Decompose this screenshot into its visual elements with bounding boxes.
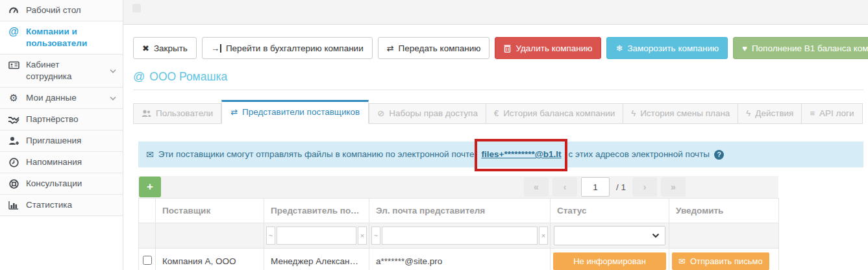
heart-icon: ♥ [742, 44, 747, 53]
page-title: @ ООО Ромашка [133, 70, 863, 90]
filter-row: ~ × ~ × [139, 223, 779, 249]
filter-clear-button[interactable]: × [358, 227, 367, 245]
help-icon[interactable]: ? [714, 150, 724, 160]
topbar-menu-icon[interactable] [132, 4, 141, 12]
freeze-company-label: Заморозить компанию [627, 43, 719, 53]
sidebar-item-invitations[interactable]: Приглашения [0, 130, 123, 152]
sidebar-item-label: Компании и пользователи [26, 26, 116, 49]
handshake-icon [7, 114, 20, 125]
filter-clear-button[interactable]: × [539, 227, 548, 245]
sidebar-item-label: Напоминания [26, 156, 82, 168]
envelope-icon: ✉ [678, 256, 686, 266]
send-letter-button[interactable]: ✉ Отправить письмо [672, 252, 769, 270]
next-page-button[interactable]: › [632, 177, 657, 197]
sidebar-item-label: Консультации [26, 178, 82, 190]
sidebar-item-employee-cabinet[interactable]: Кабинет сотрудника [0, 55, 123, 88]
filter-mode-button[interactable]: ~ [266, 227, 275, 245]
tab-users[interactable]: Пользователи [133, 103, 221, 124]
topup-balance-button[interactable]: ♥ Пополнение B1 баланса компании [733, 37, 868, 59]
action-buttons-row: ✖ Закрыть → Перейти в бухгалтерию компан… [133, 37, 863, 59]
header-status: Статус [551, 199, 669, 223]
info-banner: ✉ Эти поставщики смогут отправлять файлы… [138, 141, 863, 167]
sidebar-item-reminders[interactable]: Напоминания [0, 152, 123, 173]
sidebar-item-label: Рабочий стол [26, 5, 81, 16]
tab-label: Пользователи [156, 108, 213, 118]
chevron-down-icon [110, 69, 116, 73]
tab-api-logs[interactable]: ≡ API логи [802, 103, 862, 124]
close-icon: ✖ [142, 44, 149, 53]
sidebar-item-consultations[interactable]: Консультации [0, 173, 123, 195]
sidebar-item-my-data[interactable]: ⚙ Мои данные [0, 88, 123, 109]
first-page-button[interactable]: « [524, 177, 549, 197]
sign-in-icon: → [211, 44, 221, 53]
dashboard-icon [7, 5, 20, 16]
snowflake-icon: ❄ [615, 44, 623, 53]
sidebar-item-label: Приглашения [26, 135, 81, 147]
goto-accounting-button[interactable]: → Перейти в бухгалтерию компании [202, 37, 373, 59]
supplier-email-link[interactable]: files+*********@b1.lt [481, 149, 561, 159]
cell-supplier: Компания А, ООО [156, 249, 264, 270]
filter-mode-button[interactable]: ~ [371, 227, 380, 245]
company-name: ООО Ромашка [149, 70, 227, 84]
tab-label: История баланса компании [503, 108, 615, 118]
trash-icon [504, 44, 511, 53]
tab-plan-history[interactable]: ϟ История смены плана [623, 103, 738, 124]
header-checkbox-col [139, 199, 156, 223]
exchange-icon: ⇄ [387, 44, 394, 53]
close-button-label: Закрыть [154, 43, 188, 53]
sidebar-item-desktop[interactable]: Рабочий стол [0, 0, 123, 21]
at-icon: @ [7, 26, 20, 38]
tab-label: Представители поставщиков [242, 107, 360, 117]
id-card-icon [7, 59, 20, 71]
tab-access-rights[interactable]: ⊘ Наборы прав доступа [369, 103, 486, 124]
email-filter-input[interactable] [382, 227, 538, 245]
sidebar-item-companies-users[interactable]: @ Компании и пользователи [0, 21, 123, 55]
prev-page-button[interactable]: ‹ [552, 177, 577, 197]
transfer-company-label: Передать компанию [399, 43, 481, 53]
tab-label: API логи [819, 108, 854, 118]
tab-pane: ✉ Эти поставщики смогут отправлять файлы… [138, 141, 863, 270]
header-representative: Представитель поставщ... [264, 199, 369, 223]
status-filter-select[interactable] [554, 226, 665, 245]
close-button[interactable]: ✖ Закрыть [133, 37, 197, 59]
users-icon [142, 110, 151, 117]
row-select-checkbox[interactable] [143, 256, 152, 265]
delete-company-button[interactable]: Удалить компанию [495, 37, 601, 59]
envelope-icon: ✉ [146, 149, 154, 160]
transfer-company-button[interactable]: ⇄ Передать компанию [378, 37, 490, 59]
sidebar-item-partnership[interactable]: Партнёрство [0, 109, 123, 130]
header-notify: Уведомить [669, 199, 779, 223]
content: ✖ Закрыть → Перейти в бухгалтерию компан… [123, 25, 868, 270]
send-letter-label: Отправить письмо [690, 256, 763, 266]
tab-label: История смены плана [640, 108, 730, 118]
header-supplier: Поставщик [156, 199, 264, 223]
page-number-input[interactable] [581, 177, 610, 197]
tab-supplier-representatives[interactable]: ⇄ Представители поставщиков [221, 100, 369, 124]
list-icon: ≡ [810, 109, 815, 117]
sidebar: Рабочий стол @ Компании и пользователи К… [0, 0, 123, 270]
life-ring-icon [7, 178, 20, 190]
cell-email: a*******@site.pro [369, 249, 551, 270]
freeze-company-button[interactable]: ❄ Заморозить компанию [606, 37, 728, 59]
banner-text-before: Эти поставщики смогут отправлять файлы в… [158, 149, 475, 160]
email-wrap: files+*********@b1.lt [481, 149, 561, 160]
bolt-icon: ϟ [746, 109, 750, 117]
sidebar-item-label: Статистика [26, 199, 72, 211]
tab-actions[interactable]: ϟ Действия [738, 103, 802, 124]
sidebar-item-label: Мои данные [26, 92, 77, 104]
page-count-label: / 1 [616, 182, 626, 192]
bolt-icon: ϟ [631, 109, 636, 117]
tab-balance-history[interactable]: € История баланса компании [486, 103, 623, 124]
add-representative-button[interactable]: + [139, 177, 161, 197]
representative-filter-input[interactable] [277, 227, 356, 245]
sidebar-item-label: Партнёрство [26, 114, 79, 125]
topbar [123, 0, 868, 25]
topup-balance-label: Пополнение B1 баланса компании [752, 43, 868, 53]
representatives-table: Поставщик Представитель поставщ... Эл. п… [138, 198, 779, 270]
last-page-button[interactable]: » [661, 177, 686, 197]
goto-accounting-label: Перейти в бухгалтерию компании [226, 43, 364, 53]
cell-representative: Менеджер Александрас Алек... [264, 249, 369, 270]
sidebar-item-statistics[interactable]: Статистика [0, 195, 123, 216]
bar-chart-icon [7, 199, 20, 211]
user-plus-icon [7, 135, 20, 147]
